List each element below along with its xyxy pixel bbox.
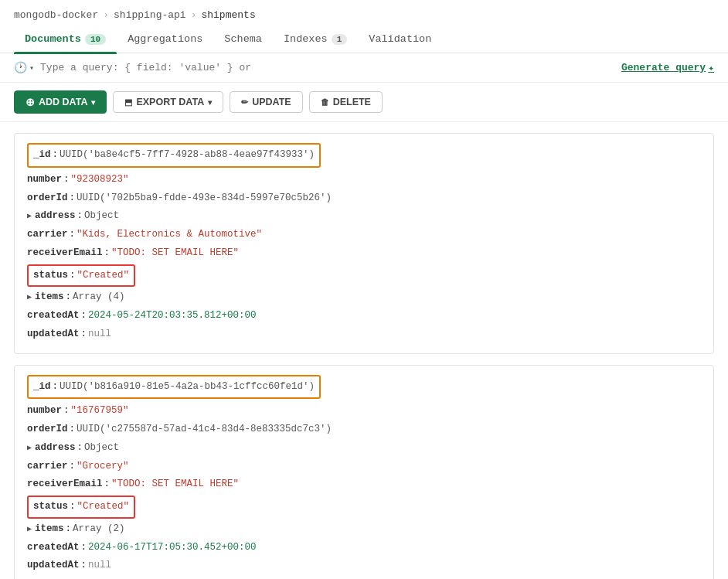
export-icon: ⬒ [124, 97, 132, 107]
doc1-carrier-field: carrier : "Kids, Electronics & Automotiv… [27, 226, 701, 244]
query-input[interactable] [40, 62, 615, 73]
trash-icon: 🗑 [321, 97, 329, 107]
doc1-number-field: number : "92308923" [27, 171, 701, 189]
doc1-items-value: Array (4) [73, 288, 125, 307]
breadcrumb-part-3: shipments [201, 9, 255, 21]
document-card-1: _id : UUID('ba8e4cf5-7ff7-4928-ab88-4eae… [14, 133, 714, 354]
doc1-id-uuid: UUID('ba8e4cf5-7ff7-4928-ab88-4eae97f439… [60, 146, 315, 165]
doc2-createdat-value[interactable]: 2024-06-17T17:05:30.452+00:00 [88, 539, 257, 557]
doc1-address-type: Object [84, 207, 119, 226]
breadcrumb-sep-2: › [191, 9, 197, 21]
export-data-button[interactable]: ⬒ EXPORT DATA ▾ [113, 91, 223, 113]
doc1-receiveremail-field: receiverEmail : "TODO: SET EMAIL HERE" [27, 244, 701, 263]
doc1-status-row: status : "Created" [27, 264, 135, 288]
doc1-updatedat-field: updatedAt : null [27, 325, 701, 344]
document-card-2: _id : UUID('b816a910-81e5-4a2a-bb43-1cff… [14, 365, 714, 580]
clock-dropdown-arrow: ▾ [29, 63, 34, 73]
clock-button[interactable]: 🕐 ▾ [14, 61, 34, 74]
doc2-status-row: status : "Created" [27, 496, 135, 519]
tab-validation[interactable]: Validation [358, 27, 442, 53]
doc1-address-field: ▶ address : Object [27, 207, 701, 226]
doc1-items-field: ▶ items : Array (4) [27, 288, 701, 307]
breadcrumb-sep-1: › [103, 9, 109, 21]
doc1-address-expand[interactable]: ▶ [27, 209, 32, 223]
breadcrumb: mongodb-docker › shipping-api › shipment… [0, 0, 728, 27]
doc1-status-value: "Created" [77, 267, 130, 285]
pencil-icon: ✏ [241, 97, 248, 107]
doc1-items-expand[interactable]: ▶ [27, 290, 32, 305]
doc2-address-expand[interactable]: ▶ [27, 441, 32, 455]
doc1-createdat-value[interactable]: 2024-05-24T20:03:35.812+00:00 [88, 307, 257, 325]
doc2-items-value: Array (2) [73, 520, 125, 539]
doc1-orderid-value: UUID('702b5ba9-fdde-493e-834d-5997e70c5b… [77, 189, 332, 208]
update-button[interactable]: ✏ UPDATE [230, 91, 302, 113]
breadcrumb-part-2[interactable]: shipping-api [114, 9, 186, 21]
clock-icon: 🕐 [14, 61, 27, 74]
query-bar: 🕐 ▾ Generate query ✦ [0, 53, 728, 83]
tab-validation-label: Validation [369, 33, 431, 45]
add-data-label: ADD DATA [39, 97, 87, 107]
doc1-updatedat-value: null [88, 325, 111, 344]
tab-aggregations-label: Aggregations [128, 33, 202, 45]
doc1-createdat-field: createdAt : 2024-05-24T20:03:35.812+00:0… [27, 307, 701, 325]
delete-label: DELETE [333, 97, 371, 107]
doc1-carrier-value: "Kids, Electronics & Automotive" [77, 226, 262, 244]
doc2-id-key: _id [33, 378, 51, 397]
export-chevron-icon: ▾ [208, 98, 212, 107]
doc2-updatedat-value: null [88, 557, 111, 575]
export-data-label: EXPORT DATA [136, 97, 204, 107]
tab-documents[interactable]: Documents 10 [14, 27, 117, 53]
doc2-id-uuid: UUID('b816a910-81e5-4a2a-bb43-1cffcc60fe… [60, 378, 315, 397]
doc2-receiveremail-field: receiverEmail : "TODO: SET EMAIL HERE" [27, 475, 701, 494]
generate-query-link[interactable]: Generate query ✦ [621, 62, 714, 74]
doc2-updatedat-field: updatedAt : null [27, 557, 701, 575]
doc2-number-value: "16767959" [71, 402, 129, 421]
sparkle-icon: ✦ [708, 62, 714, 74]
doc2-orderid-value: UUID('c275587d-57ad-41c4-83d4-8e83335dc7… [77, 421, 332, 439]
doc1-orderid-field: orderId : UUID('702b5ba9-fdde-493e-834d-… [27, 189, 701, 208]
toolbar: ⊕ ADD DATA ▾ ⬒ EXPORT DATA ▾ ✏ UPDATE 🗑 … [0, 83, 728, 122]
documents-area: _id : UUID('ba8e4cf5-7ff7-4928-ab88-4eae… [0, 122, 728, 579]
doc2-id-row: _id : UUID('b816a910-81e5-4a2a-bb43-1cff… [27, 375, 321, 400]
doc2-receiveremail-value: "TODO: SET EMAIL HERE" [111, 475, 239, 494]
tab-indexes-badge: 1 [332, 34, 348, 45]
doc1-id-row: _id : UUID('ba8e4cf5-7ff7-4928-ab88-4eae… [27, 143, 321, 168]
tabs-bar: Documents 10 Aggregations Schema Indexes… [0, 27, 728, 53]
tab-indexes-label: Indexes [284, 33, 328, 45]
doc1-receiveremail-value: "TODO: SET EMAIL HERE" [111, 244, 239, 263]
doc1-id-key: _id [33, 146, 51, 165]
doc2-orderid-field: orderId : UUID('c275587d-57ad-41c4-83d4-… [27, 421, 701, 439]
doc2-address-field: ▶ address : Object [27, 439, 701, 458]
tab-documents-badge: 10 [85, 34, 106, 45]
plus-icon: ⊕ [26, 96, 35, 108]
doc2-items-field: ▶ items : Array (2) [27, 520, 701, 539]
doc2-status-value: "Created" [77, 498, 130, 516]
doc2-address-type: Object [84, 439, 119, 458]
tab-indexes[interactable]: Indexes 1 [273, 27, 358, 53]
doc2-carrier-value: "Grocery" [77, 458, 129, 476]
doc2-number-field: number : "16767959" [27, 402, 701, 421]
tab-aggregations[interactable]: Aggregations [117, 27, 213, 53]
tab-schema-label: Schema [224, 33, 262, 45]
tab-documents-label: Documents [25, 33, 81, 45]
breadcrumb-part-1[interactable]: mongodb-docker [14, 9, 98, 21]
doc1-number-value: "92308923" [71, 171, 129, 189]
generate-query-label: Generate query [621, 62, 706, 73]
delete-button[interactable]: 🗑 DELETE [309, 91, 383, 113]
tab-schema[interactable]: Schema [213, 27, 273, 53]
add-data-button[interactable]: ⊕ ADD DATA ▾ [14, 90, 107, 114]
doc2-createdat-field: createdAt : 2024-06-17T17:05:30.452+00:0… [27, 539, 701, 557]
doc2-items-expand[interactable]: ▶ [27, 522, 32, 536]
add-data-chevron-icon: ▾ [91, 98, 95, 107]
doc2-carrier-field: carrier : "Grocery" [27, 458, 701, 476]
update-label: UPDATE [252, 97, 291, 107]
